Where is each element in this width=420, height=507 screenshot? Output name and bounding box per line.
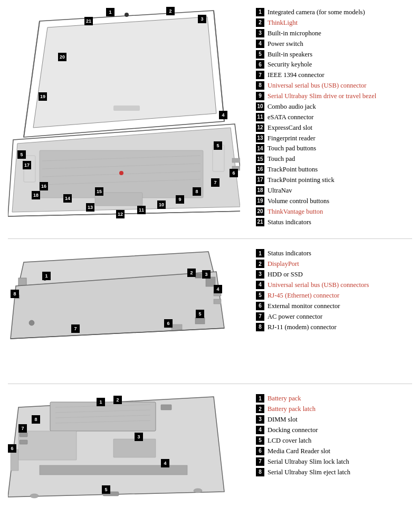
svg-text:7: 7 <box>214 180 216 185</box>
legend-text: Status indicators <box>268 218 311 227</box>
legend-item-1: 1Status indicators <box>256 249 412 258</box>
svg-point-107 <box>30 494 39 498</box>
legend-num: 8 <box>256 468 264 476</box>
legend-text: Built-in microphone <box>268 29 321 38</box>
legend-num: 6 <box>256 447 264 455</box>
svg-text:5: 5 <box>20 152 23 157</box>
legend-num: 11 <box>256 113 264 121</box>
legend-num: 20 <box>256 207 264 216</box>
diagram-bottom: 1 2 3 4 5 6 7 8 <box>8 391 251 507</box>
laptop-top-svg: 1 2 3 4 5 5 6 7 8 9 10 <box>8 5 240 227</box>
legend-text: External monitor connector <box>268 302 340 311</box>
legend-text: Built-in speakers <box>268 50 312 59</box>
page: 1 2 3 4 5 5 6 7 8 9 10 <box>0 0 420 507</box>
svg-text:1: 1 <box>109 9 111 15</box>
svg-text:6: 6 <box>232 170 235 176</box>
svg-text:12: 12 <box>118 212 123 217</box>
section-bottom-view: 1 2 3 4 5 6 7 8 1Battery pack2Battery pa… <box>8 391 412 507</box>
legend-item-16: 16TrackPoint buttons <box>256 165 412 174</box>
legend-num: 7 <box>256 312 264 321</box>
legend-text: Security keyhole <box>268 60 312 69</box>
legend-item-3: 3DIMM slot <box>256 415 412 424</box>
svg-text:1: 1 <box>45 273 47 279</box>
legend-num: 21 <box>256 218 264 226</box>
legend-num: 8 <box>256 323 264 331</box>
svg-text:6: 6 <box>167 321 169 326</box>
legend-num: 16 <box>256 165 264 174</box>
legend-item-13: 13Fingerprint reader <box>256 134 412 143</box>
svg-text:15: 15 <box>97 189 102 194</box>
laptop-side-svg: 1 2 3 4 5 6 7 8 <box>8 246 230 362</box>
legend-text: Serial Ultrabay Slim lock latch <box>268 457 349 466</box>
legend-item-9: 9Serial Ultrabay Slim drive or travel be… <box>256 92 412 101</box>
svg-text:3: 3 <box>137 434 140 439</box>
legend-num: 10 <box>256 102 264 111</box>
legend-num: 1 <box>256 249 264 257</box>
legend-num: 3 <box>256 29 264 37</box>
svg-text:5: 5 <box>198 311 201 317</box>
legend-item-12: 12ExpressCard slot <box>256 123 412 132</box>
svg-marker-1 <box>33 17 216 128</box>
legend-item-7: 7IEEE 1394 connector <box>256 71 412 80</box>
svg-text:5: 5 <box>104 487 107 492</box>
legend-item-2: 2ThinkLight <box>256 18 412 27</box>
legend-text: Serial Ultrabay Slim eject latch <box>268 468 350 477</box>
diagram-top: 1 2 3 4 5 5 6 7 8 9 10 <box>8 5 251 227</box>
svg-point-12 <box>119 171 123 175</box>
svg-text:6: 6 <box>11 446 13 451</box>
legend-bottom: 1Battery pack2Battery pack latch3DIMM sl… <box>251 391 412 478</box>
legend-item-20: 20ThinkVantage button <box>256 207 412 216</box>
legend-text: eSATA connector <box>268 113 314 122</box>
svg-text:14: 14 <box>65 196 70 201</box>
legend-item-1: 1Integrated camera (for some models) <box>256 8 412 17</box>
legend-item-6: 6Media Card Reader slot <box>256 447 412 456</box>
legend-item-1: 1Battery pack <box>256 394 412 403</box>
legend-text: TrackPoint pointing stick <box>268 176 335 185</box>
legend-text: DIMM slot <box>268 415 298 424</box>
svg-text:4: 4 <box>216 286 219 292</box>
legend-text: Universal serial bus (USB) connector <box>268 81 366 90</box>
svg-text:21: 21 <box>86 18 91 24</box>
legend-num: 8 <box>256 81 264 90</box>
legend-num: 2 <box>256 405 264 413</box>
legend-item-5: 5LCD cover latch <box>256 436 412 445</box>
svg-text:2: 2 <box>190 270 193 275</box>
legend-item-11: 11eSATA connector <box>256 113 412 122</box>
legend-text: Volume control buttons <box>268 197 329 206</box>
svg-text:11: 11 <box>139 207 144 213</box>
svg-text:13: 13 <box>88 205 93 210</box>
legend-text: ThinkVantage button <box>268 207 323 216</box>
legend-num: 13 <box>256 134 264 142</box>
legend-num: 6 <box>256 60 264 69</box>
legend-item-7: 7Serial Ultrabay Slim lock latch <box>256 457 412 466</box>
legend-item-15: 15Touch pad <box>256 155 412 164</box>
section-side-view: 1 2 3 4 5 6 7 8 1Status indicators2Displ… <box>8 246 412 373</box>
legend-num: 9 <box>256 92 264 100</box>
svg-text:16: 16 <box>41 184 46 189</box>
diagram-side: 1 2 3 4 5 6 7 8 <box>8 246 251 373</box>
svg-text:9: 9 <box>178 197 181 202</box>
divider-1 <box>8 238 412 239</box>
svg-text:4: 4 <box>222 112 224 118</box>
legend-text: Media Card Reader slot <box>268 447 330 456</box>
legend-item-6: 6External monitor connector <box>256 302 412 311</box>
svg-rect-73 <box>171 324 182 330</box>
legend-item-6: 6Security keyhole <box>256 60 412 69</box>
svg-text:7: 7 <box>21 426 24 431</box>
legend-num: 2 <box>256 18 264 27</box>
legend-item-3: 3Built-in microphone <box>256 29 412 38</box>
legend-text: Integrated camera (for some models) <box>268 8 365 17</box>
svg-point-16 <box>125 13 129 17</box>
legend-text: ThinkLight <box>268 18 298 27</box>
svg-rect-17 <box>232 158 240 162</box>
legend-item-18: 18UltraNav <box>256 186 412 195</box>
svg-text:17: 17 <box>24 162 30 168</box>
legend-num: 12 <box>256 123 264 132</box>
legend-num: 5 <box>256 50 264 59</box>
legend-num: 4 <box>256 426 264 434</box>
legend-text: Battery pack latch <box>268 405 316 414</box>
legend-text: Fingerprint reader <box>268 134 316 143</box>
legend-num: 5 <box>256 291 264 300</box>
legend-item-2: 2DisplayPort <box>256 260 412 269</box>
svg-text:2: 2 <box>116 397 119 403</box>
